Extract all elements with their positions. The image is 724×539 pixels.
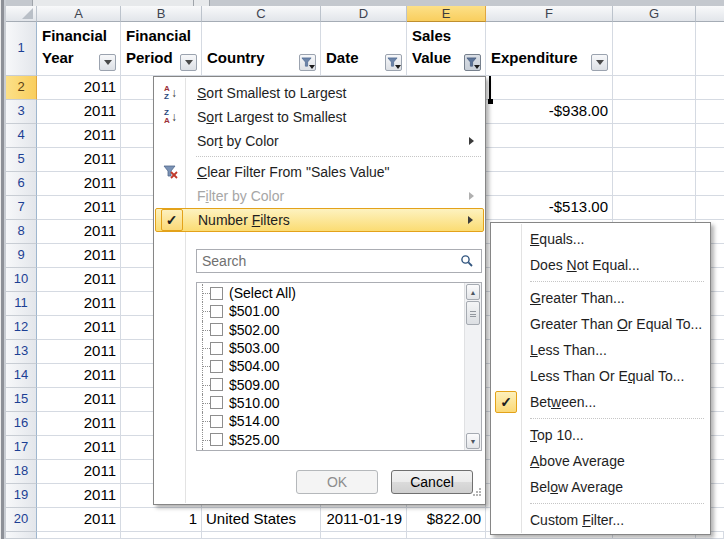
row-header-12[interactable]: 12 xyxy=(6,316,37,340)
checkbox-unchecked[interactable] xyxy=(210,378,223,391)
active-cell-fill-handle[interactable] xyxy=(488,99,493,104)
filter-dropdown-button-B[interactable] xyxy=(180,54,197,71)
cell-G6[interactable] xyxy=(613,172,696,196)
cell-B20[interactable]: 1 xyxy=(121,508,202,532)
column-header-E[interactable]: E xyxy=(407,6,486,22)
submenu-item-less-than[interactable]: Less Than... xyxy=(491,337,710,363)
list-item-6[interactable]: $510.00 xyxy=(197,394,464,412)
submenu-item-top-10[interactable]: Top 10... xyxy=(491,422,710,448)
submenu-item-greater-than-or-equal-to[interactable]: Greater Than Or Equal To... xyxy=(491,311,710,337)
cell-A1[interactable]: FinancialYear xyxy=(37,22,121,76)
list-item-7[interactable]: $514.00 xyxy=(197,412,464,430)
menu-item-filter-by-color[interactable]: Filter by Color xyxy=(155,184,484,208)
cell-A21-partial[interactable] xyxy=(37,532,121,539)
row-header-11[interactable]: 11 xyxy=(6,292,37,316)
menu-item-sort-smallest-to-largest[interactable]: AZ↓Sort Smallest to Largest xyxy=(155,81,484,105)
row-header-16[interactable]: 16 xyxy=(6,412,37,436)
filter-active-button-C[interactable] xyxy=(299,54,316,71)
cell-G3[interactable] xyxy=(613,100,696,124)
cell-D1[interactable]: Date xyxy=(321,22,407,76)
checkbox-unchecked[interactable] xyxy=(210,342,223,355)
checkbox-unchecked[interactable] xyxy=(210,396,223,409)
cell-B21-partial[interactable] xyxy=(121,532,202,539)
scroll-up-button[interactable]: ▲ xyxy=(466,284,480,300)
submenu-item-does-not-equal[interactable]: Does Not Equal... xyxy=(491,252,710,278)
row-header-8[interactable]: 8 xyxy=(6,220,37,244)
cell-E21-partial[interactable] xyxy=(407,532,486,539)
cell-F5[interactable] xyxy=(486,148,613,172)
menu-item-sort-by-color[interactable]: Sort by Color xyxy=(155,129,484,153)
row-header-4[interactable]: 4 xyxy=(6,124,37,148)
row-header-14[interactable]: 14 xyxy=(6,364,37,388)
cell-G1[interactable] xyxy=(613,22,696,76)
ok-button[interactable]: OK xyxy=(296,470,378,494)
select-all-corner[interactable] xyxy=(6,6,37,22)
cell-H3[interactable] xyxy=(696,100,724,124)
cell-A20[interactable]: 2011 xyxy=(37,508,121,532)
submenu-item-above-average[interactable]: Above Average xyxy=(491,448,710,474)
cell-G4[interactable] xyxy=(613,124,696,148)
checkbox-unchecked[interactable] xyxy=(210,323,223,336)
submenu-item-equals[interactable]: Equals... xyxy=(491,226,710,252)
cell-A19[interactable]: 2011 xyxy=(37,484,121,508)
cell-H4[interactable] xyxy=(696,124,724,148)
submenu-item-less-than-or-equal-to[interactable]: Less Than Or Equal To... xyxy=(491,363,710,389)
list-item-1[interactable]: $501.00 xyxy=(197,302,464,320)
submenu-item-custom-filter[interactable]: Custom Filter... xyxy=(491,507,710,533)
cell-A16[interactable]: 2011 xyxy=(37,412,121,436)
list-scrollbar[interactable]: ▲ ▼ xyxy=(464,283,481,450)
cell-A10[interactable]: 2011 xyxy=(37,268,121,292)
cell-H7[interactable] xyxy=(696,196,724,220)
cell-E20[interactable]: $822.00 xyxy=(407,508,486,532)
row-header-3[interactable]: 3 xyxy=(6,100,37,124)
column-header-B[interactable]: B xyxy=(121,6,202,22)
row-header-10[interactable]: 10 xyxy=(6,268,37,292)
menu-item-number-filters[interactable]: ✓Number Filters xyxy=(155,208,484,232)
cell-F6[interactable] xyxy=(486,172,613,196)
scroll-down-button[interactable]: ▼ xyxy=(466,433,480,449)
checkbox-unchecked[interactable] xyxy=(210,287,223,300)
cell-F2[interactable] xyxy=(486,76,613,100)
row-header-21-partial[interactable] xyxy=(6,532,37,539)
search-icon[interactable] xyxy=(460,254,474,272)
cell-G5[interactable] xyxy=(613,148,696,172)
column-header-G[interactable]: G xyxy=(613,6,696,22)
search-input[interactable] xyxy=(196,249,482,273)
column-header-H-partial[interactable] xyxy=(696,6,724,22)
row-header-13[interactable]: 13 xyxy=(6,340,37,364)
column-header-F[interactable]: F xyxy=(486,6,613,22)
cell-F3[interactable]: -$938.00 xyxy=(486,100,613,124)
cell-A17[interactable]: 2011 xyxy=(37,436,121,460)
cell-G7[interactable] xyxy=(613,196,696,220)
resize-grip[interactable] xyxy=(472,483,482,501)
row-header-20[interactable]: 20 xyxy=(6,508,37,532)
row-header-15[interactable]: 15 xyxy=(6,388,37,412)
cell-A9[interactable]: 2011 xyxy=(37,244,121,268)
menu-item-sort-largest-to-smallest[interactable]: ZA↓Sort Largest to Smallest xyxy=(155,105,484,129)
cell-H5[interactable] xyxy=(696,148,724,172)
filter-active-button-E[interactable] xyxy=(464,54,481,71)
list-item-2[interactable]: $502.00 xyxy=(197,321,464,339)
column-header-C[interactable]: C xyxy=(202,6,321,22)
cell-F1[interactable]: Expenditure xyxy=(486,22,613,76)
cell-A13[interactable]: 2011 xyxy=(37,340,121,364)
menu-item-clear-filter[interactable]: Clear Filter From "Sales Value" xyxy=(155,160,484,184)
cell-A7[interactable]: 2011 xyxy=(37,196,121,220)
cell-D20[interactable]: 2011-01-19 xyxy=(321,508,407,532)
cancel-button[interactable]: Cancel xyxy=(391,470,473,494)
cell-E1[interactable]: SalesValue xyxy=(407,22,486,76)
cell-F7[interactable]: -$513.00 xyxy=(486,196,613,220)
cell-A5[interactable]: 2011 xyxy=(37,148,121,172)
list-item-partial[interactable] xyxy=(197,449,464,451)
cell-B1[interactable]: FinancialPeriod xyxy=(121,22,202,76)
cell-C1[interactable]: Country xyxy=(202,22,321,76)
submenu-item-below-average[interactable]: Below Average xyxy=(491,474,710,500)
row-header-17[interactable]: 17 xyxy=(6,436,37,460)
list-item-0[interactable]: (Select All) xyxy=(197,284,464,302)
cell-D21-partial[interactable] xyxy=(321,532,407,539)
checkbox-unchecked[interactable] xyxy=(210,433,223,446)
cell-C20[interactable]: United States xyxy=(202,508,321,532)
submenu-item-greater-than[interactable]: Greater Than... xyxy=(491,285,710,311)
checkbox-unchecked[interactable] xyxy=(210,305,223,318)
row-header-18[interactable]: 18 xyxy=(6,460,37,484)
